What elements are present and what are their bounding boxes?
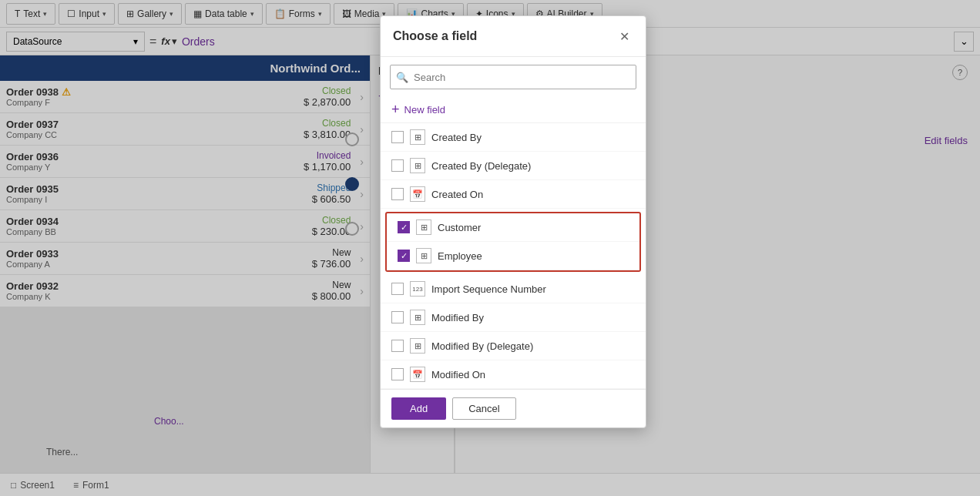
field-type-icon-employee: ⊞ [416, 248, 431, 263]
field-type-icon-modified-by-delegate: ⊞ [410, 338, 425, 354]
field-checkbox-modified-by[interactable] [391, 311, 404, 323]
field-checkbox-created-by-delegate[interactable] [391, 159, 404, 172]
modal-footer: Add Cancel [381, 389, 646, 427]
field-label-employee: Employee [438, 250, 482, 262]
field-item-modified-on[interactable]: 📅 Modified On [381, 360, 646, 389]
new-field-label: New field [404, 104, 445, 116]
field-type-icon-customer: ⊞ [416, 220, 431, 235]
field-type-icon-created-by-delegate: ⊞ [410, 158, 425, 173]
field-checkbox-employee[interactable] [398, 250, 410, 262]
choose-field-modal: Choose a field ✕ 🔍 + New field ⊞ Created… [380, 15, 646, 428]
field-type-icon-import-seq: 123 [410, 281, 425, 297]
add-button[interactable]: Add [391, 397, 446, 420]
modal-header: Choose a field ✕ [381, 16, 646, 57]
field-item-modified-by[interactable]: ⊞ Modified By [381, 303, 646, 332]
field-checkbox-import-seq[interactable] [391, 283, 404, 295]
field-item-created-by[interactable]: ⊞ Created By [381, 123, 646, 152]
modal-overlay: Choose a field ✕ 🔍 + New field ⊞ Created… [0, 0, 980, 496]
field-checkbox-customer[interactable] [398, 221, 410, 233]
field-label-import-seq: Import Sequence Number [431, 283, 546, 295]
field-item-customer[interactable]: ⊞ Customer [387, 213, 639, 242]
new-field-plus-icon: + [391, 102, 400, 118]
modal-search-container: 🔍 [390, 65, 636, 89]
search-icon: 🔍 [396, 72, 408, 83]
field-label-created-by: Created By [431, 132, 482, 143]
modal-close-button[interactable]: ✕ [615, 27, 633, 45]
field-type-icon-created-on: 📅 [410, 186, 425, 202]
field-label-created-by-delegate: Created By (Delegate) [431, 160, 531, 172]
field-label-modified-by-delegate: Modified By (Delegate) [431, 340, 533, 352]
highlighted-group: ⊞ Customer ⊞ Employee [385, 212, 641, 272]
field-item-import-seq[interactable]: 123 Import Sequence Number [381, 275, 646, 303]
field-type-icon-modified-by: ⊞ [410, 310, 425, 325]
field-checkbox-created-by[interactable] [391, 131, 404, 143]
field-label-customer: Customer [438, 222, 481, 233]
field-label-modified-by: Modified By [431, 312, 484, 323]
field-list: ⊞ Created By ⊞ Created By (Delegate) 📅 C… [381, 123, 646, 389]
field-type-icon-modified-on: 📅 [410, 367, 425, 382]
field-item-created-by-delegate[interactable]: ⊞ Created By (Delegate) [381, 152, 646, 180]
cancel-button[interactable]: Cancel [452, 397, 515, 420]
field-item-employee[interactable]: ⊞ Employee [387, 242, 639, 270]
field-type-icon-created-by: ⊞ [410, 129, 425, 145]
field-item-created-on[interactable]: 📅 Created On [381, 180, 646, 209]
field-item-modified-by-delegate[interactable]: ⊞ Modified By (Delegate) [381, 332, 646, 360]
field-checkbox-modified-on[interactable] [391, 368, 404, 380]
modal-title: Choose a field [393, 29, 477, 43]
new-field-button[interactable]: + New field [381, 97, 646, 123]
search-input[interactable] [390, 65, 636, 89]
field-label-created-on: Created On [431, 189, 483, 200]
field-label-modified-on: Modified On [431, 369, 485, 380]
field-checkbox-modified-by-delegate[interactable] [391, 340, 404, 352]
field-checkbox-created-on[interactable] [391, 188, 404, 200]
